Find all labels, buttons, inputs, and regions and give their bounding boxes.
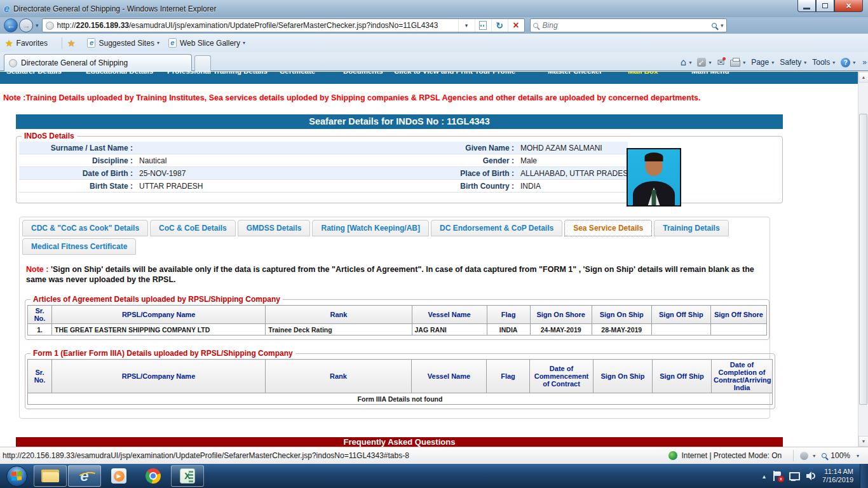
cell-sign-off-shore: [710, 324, 766, 336]
tab-medical-fitness[interactable]: Medical Fitness Certificate: [22, 238, 136, 255]
taskbar-item-media-player[interactable]: ▶: [102, 465, 135, 487]
add-favorites-icon: ★: [67, 38, 76, 48]
field-label: Birth Country :: [403, 180, 518, 193]
field-label: Place of Birth :: [403, 167, 518, 180]
field-value: UTTAR PRADESH: [137, 180, 403, 193]
action-center-icon[interactable]: x: [773, 471, 782, 481]
page-menu-button[interactable]: Page▾: [751, 58, 774, 67]
toolbar-overflow-chevron[interactable]: »: [862, 58, 867, 67]
address-bar: ← → ▾ http://220.156.189.33/esamudraUI/j…: [0, 17, 868, 34]
nav-item-main-menu[interactable]: Main Menu: [691, 72, 729, 75]
print-button[interactable]: ▾: [730, 58, 745, 67]
chevron-down-icon: ▾: [804, 60, 806, 65]
forward-icon: →: [22, 21, 31, 30]
printer-icon: [730, 60, 740, 67]
chevron-down-icon: ▾: [857, 453, 859, 459]
vertical-scrollbar[interactable]: ▲ ▼: [858, 72, 868, 447]
col-header: RPSL/Company Name: [52, 306, 266, 324]
indos-row: Surname / Last Name : Given Name : MOHD …: [19, 142, 628, 154]
taskbar-item-excel[interactable]: X: [171, 465, 204, 487]
forward-button[interactable]: →: [19, 18, 33, 32]
sign-on-ship-note: Note : 'Sign on Ship' details will be av…: [26, 264, 763, 285]
close-button[interactable]: ×: [834, 0, 863, 12]
tab-title: Directorate General of Shipping: [21, 58, 128, 67]
address-dropdown[interactable]: ▾: [458, 19, 475, 32]
nav-item-mail-box[interactable]: Mail Box: [628, 72, 658, 75]
tab-dc-endorsement[interactable]: DC Endorsement & CoP Details: [431, 220, 562, 236]
help-button[interactable]: ?▾: [841, 58, 855, 67]
favorites-button[interactable]: ★ Favorites: [5, 38, 48, 48]
restore-button[interactable]: [816, 0, 834, 12]
nav-item-certificate[interactable]: Certificate: [280, 72, 315, 75]
col-header: Flag: [487, 360, 530, 393]
scroll-down-button[interactable]: ▼: [858, 436, 868, 447]
search-input[interactable]: Bing ▾: [530, 18, 727, 32]
zone-label: Internet | Protected Mode: On: [681, 451, 782, 460]
tray-expand-button[interactable]: ▴: [763, 473, 766, 480]
nav-item-master-checker[interactable]: Master Checker: [548, 72, 602, 75]
scrollbar-thumb[interactable]: [859, 114, 867, 405]
site-favicon: [46, 22, 54, 30]
url-text: http://220.156.189.33/esamudraUI/jsp/exa…: [57, 21, 458, 30]
refresh-icon: ↻: [496, 20, 503, 30]
feeds-button[interactable]: ▾: [697, 58, 711, 67]
tab-sea-service[interactable]: Sea Service Details: [564, 220, 652, 236]
field-value: Male: [518, 154, 628, 167]
web-slice-label: Web Slice Gallery: [180, 39, 240, 48]
refresh-button[interactable]: ↻: [491, 19, 508, 32]
nav-item-documents[interactable]: Documents: [343, 72, 383, 75]
show-desktop-button[interactable]: [860, 464, 868, 488]
new-tab-button[interactable]: [194, 55, 211, 71]
faq-banner[interactable]: Frequently Asked Questions: [16, 437, 783, 447]
compatibility-view-button[interactable]: [475, 19, 491, 32]
add-to-favorites-button[interactable]: ★: [67, 38, 79, 48]
tab-cdc-coc-cook[interactable]: CDC & "CoC as Cook" Details: [22, 220, 148, 236]
zoom-control[interactable]: 100% ▾: [822, 451, 859, 460]
ie-logo-icon: e: [4, 3, 10, 15]
system-tray: ▴ x 11:14 AM 7/16/2019: [763, 464, 868, 488]
start-button[interactable]: [0, 464, 33, 488]
nav-item-view-print-profile[interactable]: Click to View and Print Your Profile: [394, 72, 515, 75]
note-text: 'Sign on Ship' details will be available…: [26, 265, 754, 284]
restore-icon: [822, 3, 828, 8]
recent-pages-dropdown[interactable]: ▾: [36, 22, 39, 29]
tools-menu-button[interactable]: Tools▾: [812, 58, 835, 67]
search-options-dropdown[interactable]: ▾: [721, 22, 724, 29]
col-header: Sign Off Ship: [653, 360, 712, 393]
tab-coc-coe[interactable]: CoC & CoE Details: [150, 220, 236, 236]
status-bar: http://220.156.189.33/esamudraUI/jsp/exa…: [0, 447, 868, 464]
safety-menu-button[interactable]: Safety▾: [780, 58, 806, 67]
back-button[interactable]: ←: [4, 18, 18, 32]
home-button[interactable]: ⌂▾: [681, 57, 692, 68]
taskbar-item-chrome[interactable]: [137, 465, 170, 487]
rss-feed-icon: [697, 58, 706, 67]
chevron-down-icon: ▾: [832, 60, 835, 65]
volume-icon[interactable]: [806, 471, 816, 480]
taskbar-item-explorer[interactable]: [34, 465, 67, 487]
nav-item-professional-training[interactable]: Professional Training Details: [167, 72, 268, 75]
tab-rating-watchkeeping[interactable]: Rating [Watch Keeping/AB]: [312, 220, 429, 236]
tray-clock[interactable]: 11:14 AM 7/16/2019: [822, 468, 853, 484]
field-value: [137, 142, 403, 154]
suggested-sites-button[interactable]: e Suggested Sites ▾: [87, 38, 159, 48]
search-button[interactable]: [712, 23, 717, 28]
protected-mode-button[interactable]: ▾: [800, 452, 815, 460]
tab-gmdss[interactable]: GMDSS Details: [238, 220, 311, 236]
address-input[interactable]: http://220.156.189.33/esamudraUI/jsp/exa…: [42, 18, 525, 32]
nav-item-seafarer-details[interactable]: Seafarer Details: [6, 72, 62, 75]
chevron-down-icon: ▾: [709, 60, 711, 65]
read-mail-button[interactable]: ✉: [717, 57, 724, 67]
stop-button[interactable]: ×: [508, 19, 524, 32]
nav-item-educational-details[interactable]: Educational Details: [86, 72, 153, 75]
taskbar-item-internet-explorer[interactable]: e: [68, 465, 101, 487]
scroll-up-button[interactable]: ▲: [858, 72, 868, 83]
ie-page-icon: e: [168, 38, 177, 48]
tab-training-details[interactable]: Training Details: [654, 220, 728, 236]
browser-tab[interactable]: Directorate General of Shipping: [4, 54, 192, 71]
page-title: Seafarer Details for INDoS No : 11GL4343: [16, 114, 783, 129]
indos-row: Birth State : UTTAR PRADESH Birth Countr…: [19, 180, 628, 193]
minimize-button[interactable]: [797, 0, 816, 12]
training-note: Note :Training Details uploaded by Train…: [3, 93, 848, 102]
network-icon[interactable]: [789, 472, 799, 480]
web-slice-gallery-button[interactable]: e Web Slice Gallery ▾: [168, 38, 245, 48]
